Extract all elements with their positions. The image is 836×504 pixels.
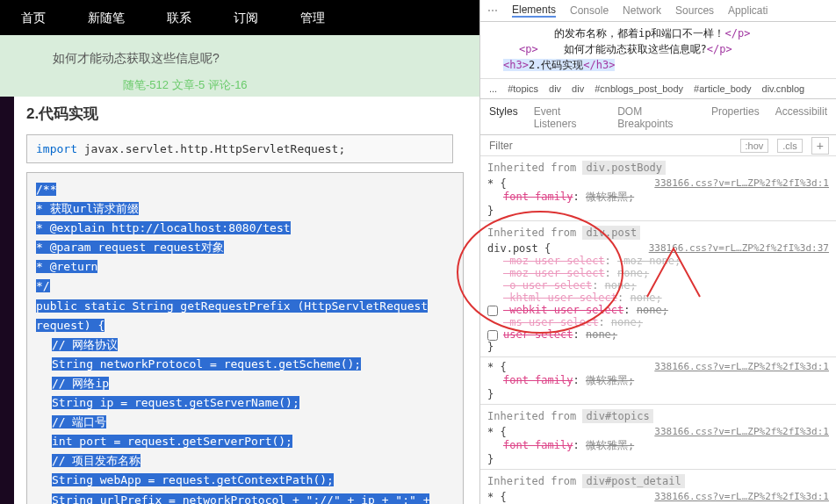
nav-new-post[interactable]: 新随笔	[67, 0, 146, 35]
tab-accessibility[interactable]: Accessibilit	[775, 105, 827, 130]
css-property[interactable]: user-select: none;	[487, 328, 829, 341]
tab-elements[interactable]: Elements	[512, 4, 556, 18]
dom-tree[interactable]: 的发布名称，都着ip和端口不一样！</p> <p> 如何才能动态获取这些信息呢?…	[480, 22, 836, 79]
blog-stats: 随笔-512 文章-5 评论-16	[0, 76, 479, 97]
page-content: 首页 新随笔 联系 订阅 管理 如何才能动态获取这些信息呢? 随笔-512 文章…	[0, 0, 480, 504]
add-rule-button[interactable]: +	[811, 137, 829, 155]
p-close-tag: </p>	[707, 43, 732, 55]
code-line: // 端口号	[52, 415, 106, 428]
tab-styles[interactable]: Styles	[489, 105, 518, 130]
tab-dombreakpoints[interactable]: DOM Breakpoints	[617, 105, 695, 130]
inherited-header: Inherited from div.post	[487, 225, 829, 242]
source-link[interactable]: 338166.css?v=rL…ZP%2f%2fI%3d:37	[649, 242, 829, 254]
code-line: String urlPrefix = networkProtocol + ":/…	[52, 493, 429, 505]
close-brace: }	[487, 453, 829, 465]
css-property[interactable]: font-family: 微软雅黑;	[487, 438, 829, 453]
code-line: // 网络ip	[52, 377, 109, 390]
crumb-div[interactable]: div	[572, 83, 584, 94]
styles-pane[interactable]: Inherited from div.postBody* {338166.css…	[480, 156, 836, 504]
crumb-cnblog[interactable]: div.cnblog	[762, 83, 805, 94]
code-line: String ip = request.getServerName();	[52, 396, 299, 409]
filter-row: :hov .cls +	[480, 135, 836, 156]
breadcrumb[interactable]: ... #topics div div #cnblogs_post_body #…	[480, 79, 836, 99]
source-link[interactable]: 338166.css?v=rL…ZP%2f%2fI%3d:1	[654, 491, 829, 502]
code-line: * @explain http://localhost:8080/test	[36, 221, 291, 234]
close-brace: }	[487, 341, 829, 353]
css-selector: * {	[487, 426, 507, 438]
code-line: * @return	[36, 260, 97, 273]
section-title: 2.代码实现	[0, 97, 479, 129]
code-import: import javax.servlet.http.HttpServletReq…	[26, 134, 453, 163]
css-property[interactable]: -moz-user-select: -moz-none;	[487, 255, 829, 267]
p-open-tag: <p>	[519, 43, 538, 55]
hov-button[interactable]: :hov	[740, 139, 769, 153]
tab-properties[interactable]: Properties	[711, 105, 760, 130]
code-line: /**	[36, 183, 56, 196]
styles-subtabs: Styles Event Listeners DOM Breakpoints P…	[480, 99, 836, 135]
nav-home[interactable]: 首页	[0, 0, 67, 35]
nav-admin[interactable]: 管理	[279, 0, 346, 35]
prop-checkbox[interactable]	[487, 330, 498, 341]
crumb-div[interactable]: div	[549, 83, 561, 94]
inherited-header: Inherited from div#post_detail	[487, 473, 829, 491]
nav-contact[interactable]: 联系	[146, 0, 213, 35]
css-property[interactable]: -moz-user-select: none;	[487, 267, 829, 279]
css-selector: * {	[487, 361, 507, 373]
code-block[interactable]: /** * 获取url请求前缀 * @explain http://localh…	[26, 172, 464, 504]
close-brace: }	[487, 388, 829, 400]
css-property[interactable]: -o-user-select: none;	[487, 279, 829, 292]
inherited-header: Inherited from div#topics	[487, 408, 829, 426]
code-line: int port = request.getServerPort();	[52, 435, 292, 448]
code-line: * @param request request对象	[36, 241, 224, 254]
h3-open-tag: <h3>	[503, 59, 529, 71]
tab-application[interactable]: Applicati	[728, 4, 768, 17]
info-banner: 如何才能动态获取这些信息呢?	[0, 35, 479, 76]
keyword-import: import	[36, 142, 77, 155]
crumb-more[interactable]: ...	[489, 83, 497, 94]
css-property[interactable]: font-family: 微软雅黑;	[487, 373, 829, 388]
source-link[interactable]: 338166.css?v=rL…ZP%2f%2fI%3d:1	[654, 177, 829, 189]
tab-network[interactable]: Network	[623, 4, 661, 17]
tab-eventlisteners[interactable]: Event Listeners	[534, 105, 602, 130]
source-link[interactable]: 338166.css?v=rL…ZP%2f%2fI%3d:1	[654, 361, 829, 372]
css-property[interactable]: -ms-user-select: none;	[487, 316, 829, 328]
devtools-panel: ⋯ Elements Console Network Sources Appli…	[480, 0, 836, 504]
cls-button[interactable]: .cls	[777, 139, 803, 153]
prop-checkbox[interactable]	[487, 306, 498, 316]
crumb-article[interactable]: #article_body	[694, 83, 751, 94]
crumb-postbody[interactable]: #cnblogs_post_body	[595, 83, 683, 94]
css-selector: div.post {	[487, 242, 551, 255]
close-brace: }	[487, 205, 829, 217]
css-selector: * {	[487, 177, 507, 190]
code-line: String networkProtocol = request.getSche…	[52, 357, 361, 371]
import-target: javax.servlet.http.HttpServletRequest;	[77, 142, 345, 155]
top-nav: 首页 新随笔 联系 订阅 管理	[0, 0, 479, 35]
filter-input[interactable]	[480, 136, 740, 155]
code-line: String webApp = request.getContextPath()…	[52, 473, 334, 486]
code-line: * 获取url请求前缀	[36, 202, 139, 215]
dom-text: 如何才能动态获取这些信息呢?	[564, 43, 707, 55]
css-property[interactable]: -khtml-user-select: none;	[487, 292, 829, 304]
tab-console[interactable]: Console	[570, 4, 609, 17]
h3-close-tag: </h3>	[583, 59, 615, 71]
code-line: // 项目发布名称	[52, 454, 141, 467]
nav-subscribe[interactable]: 订阅	[213, 0, 279, 35]
css-property[interactable]: -webkit-user-select: none;	[487, 304, 829, 316]
p-close-tag: </p>	[724, 27, 750, 40]
dom-text: 的发布名称，都着ip和端口不一样！	[554, 27, 724, 40]
dom-text: 2.代码实现	[529, 59, 583, 71]
css-selector: * {	[487, 491, 507, 503]
ellipsis-icon[interactable]: ⋯	[487, 4, 498, 17]
code-line: */	[36, 279, 50, 292]
tab-sources[interactable]: Sources	[675, 4, 714, 17]
crumb-topics[interactable]: #topics	[508, 83, 538, 94]
css-property[interactable]: font-family: 微软雅黑;	[487, 190, 829, 205]
devtools-main-tabs: ⋯ Elements Console Network Sources Appli…	[480, 0, 836, 22]
code-line: // 网络协议	[52, 338, 118, 351]
code-line: public static String getRequestPrefix (H…	[36, 299, 428, 332]
inherited-header: Inherited from div.postBody	[487, 160, 829, 177]
source-link[interactable]: 338166.css?v=rL…ZP%2f%2fI%3d:1	[654, 426, 829, 437]
